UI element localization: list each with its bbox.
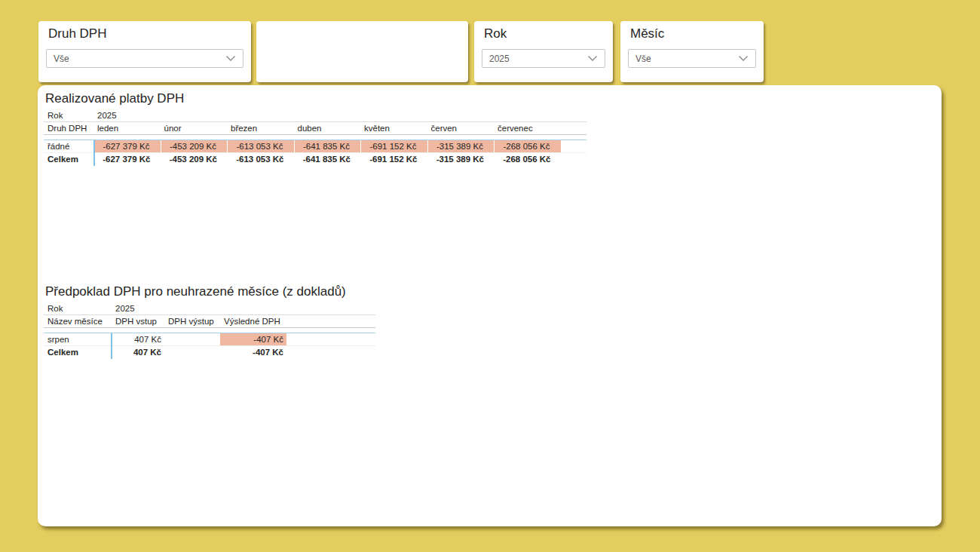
matrix-forecast: Rok 2025 Název měsíce DPH vstup DPH výst… (44, 303, 375, 359)
matrix-values-section: řádné -627 379 Kč -453 209 Kč -613 053 K… (44, 140, 586, 166)
rok-selected-value: 2025 (489, 54, 510, 64)
total-cell[interactable]: -641 835 Kč (295, 153, 362, 166)
rok-label: Rok (44, 110, 94, 121)
filter-card-mesic: Měsíc Vše (620, 21, 764, 82)
total-cell[interactable]: -613 053 Kč (228, 153, 295, 166)
matrix-values-section: srpen 407 Kč -407 Kč Celkem 407 Kč -407 … (44, 333, 375, 359)
matrix-realized: Rok 2025 Druh DPH leden únor březen dube… (44, 110, 586, 166)
total-cell[interactable]: -627 379 Kč (94, 153, 161, 166)
row-dimension-label: Druh DPH (44, 122, 94, 134)
filter-card-rok: Rok 2025 (474, 21, 613, 82)
total-cell[interactable]: -453 209 Kč (161, 153, 228, 166)
visual-forecast-dph: Předpoklad DPH pro neuhrazené měsíce (z … (44, 284, 375, 359)
total-cell[interactable]: -268 056 Kč (495, 153, 562, 166)
value-cell[interactable]: -613 053 Kč (228, 140, 295, 152)
chevron-down-icon (225, 55, 236, 62)
total-cell[interactable]: -691 152 Kč (361, 153, 428, 166)
value-cell-vysledne-dph[interactable]: -407 Kč (220, 333, 286, 345)
column-header-duben[interactable]: duben (295, 122, 362, 134)
rok-value: 2025 (112, 303, 164, 314)
rok-label: Rok (44, 303, 112, 314)
value-cell[interactable]: -453 209 Kč (161, 140, 228, 152)
column-header-nazev-mesice[interactable]: Název měsíce (44, 315, 112, 327)
slicer-title-rok: Rok (484, 26, 507, 41)
column-header-vysledne-dph[interactable]: Výsledné DPH (220, 315, 286, 327)
value-cell[interactable]: -627 379 Kč (94, 140, 161, 152)
total-label: Celkem (44, 153, 94, 166)
matrix-column-headers: Druh DPH leden únor březen duben květen … (44, 122, 586, 135)
filter-card-druh-dph: Druh DPH Vše (38, 21, 251, 82)
value-cell[interactable]: -641 835 Kč (295, 140, 362, 152)
table-row-total[interactable]: Celkem 407 Kč -407 Kč (44, 346, 375, 359)
value-cell-dph-vystup[interactable] (164, 333, 220, 345)
visual-title-realized: Realizované platby DPH (45, 90, 586, 106)
row-label: řádné (44, 140, 94, 152)
value-cell-dph-vstup[interactable]: 407 Kč (112, 333, 164, 345)
value-cell[interactable]: -315 389 Kč (428, 140, 495, 152)
matrix-rok-row: Rok 2025 (44, 110, 586, 122)
filter-card-empty (256, 21, 468, 82)
matrix-rok-row: Rok 2025 (44, 303, 375, 315)
total-cell[interactable]: -315 389 Kč (428, 153, 495, 166)
slicer-title-druh-dph: Druh DPH (48, 26, 106, 41)
value-cell[interactable]: -268 056 Kč (495, 140, 562, 152)
druh-dph-selected-value: Vše (54, 54, 69, 64)
visual-realized-payments: Realizované platby DPH Rok 2025 Druh DPH… (44, 90, 586, 166)
column-header-dph-vystup[interactable]: DPH výstup (164, 315, 220, 327)
report-panel: Realizované platby DPH Rok 2025 Druh DPH… (38, 85, 942, 526)
chevron-down-icon (738, 55, 749, 62)
row-label: srpen (44, 333, 112, 345)
rok-dropdown[interactable]: 2025 (482, 49, 605, 68)
column-header-brezen[interactable]: březen (228, 122, 295, 134)
total-label: Celkem (44, 346, 112, 359)
rok-value: 2025 (94, 110, 161, 121)
total-cell-dph-vstup[interactable]: 407 Kč (112, 346, 164, 359)
column-header-unor[interactable]: únor (161, 122, 228, 134)
mesic-selected-value: Vše (635, 54, 651, 64)
total-cell-dph-vystup[interactable] (164, 346, 220, 359)
column-header-leden[interactable]: leden (94, 122, 161, 134)
chevron-down-icon (587, 55, 598, 62)
table-row-srpen[interactable]: srpen 407 Kč -407 Kč (44, 333, 375, 346)
column-header-dph-vstup[interactable]: DPH vstup (112, 315, 164, 327)
column-header-cerven[interactable]: červen (428, 122, 495, 134)
table-row-radne[interactable]: řádné -627 379 Kč -453 209 Kč -613 053 K… (44, 140, 586, 152)
table-row-total[interactable]: Celkem -627 379 Kč -453 209 Kč -613 053 … (44, 152, 586, 166)
slicer-title-mesic: Měsíc (630, 26, 664, 41)
matrix-column-headers: Název měsíce DPH vstup DPH výstup Výsled… (44, 315, 375, 328)
druh-dph-dropdown[interactable]: Vše (46, 49, 243, 68)
visual-title-forecast: Předpoklad DPH pro neuhrazené měsíce (z … (45, 284, 375, 299)
column-header-cervenec[interactable]: červenec (495, 122, 562, 134)
value-cell[interactable]: -691 152 Kč (361, 140, 428, 152)
mesic-dropdown[interactable]: Vše (628, 49, 756, 68)
column-header-kveten[interactable]: květen (361, 122, 428, 134)
total-cell-vysledne-dph[interactable]: -407 Kč (220, 346, 286, 359)
